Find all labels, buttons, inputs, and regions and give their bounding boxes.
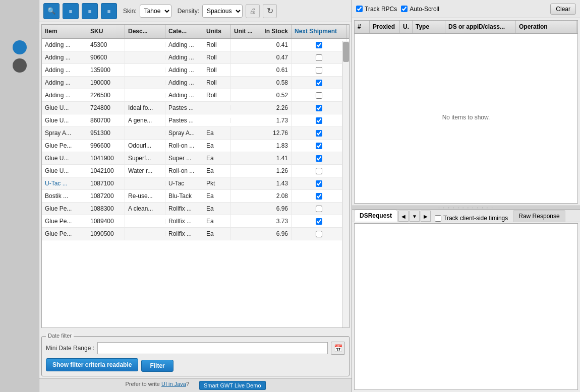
cell-units: Ea: [203, 203, 231, 215]
rpc-col-proxied[interactable]: Proxied: [370, 21, 400, 33]
rpc-col-hash[interactable]: #: [355, 21, 370, 33]
instock-checkbox[interactable]: [316, 206, 322, 212]
left-strip-btn-1[interactable]: [13, 40, 27, 54]
cell-next[interactable]: [292, 102, 347, 114]
instock-checkbox[interactable]: [316, 92, 322, 99]
table-row[interactable]: Glue Pe... 996600 Odourl... Roll-on ... …: [42, 140, 349, 152]
print-button[interactable]: 🖨: [246, 4, 260, 18]
cell-next[interactable]: [292, 140, 347, 152]
instock-checkbox[interactable]: [316, 67, 322, 74]
instock-checkbox[interactable]: [316, 168, 322, 174]
instock-checkbox[interactable]: [316, 80, 322, 86]
filter-button[interactable]: Filter: [141, 360, 173, 372]
instock-checkbox[interactable]: [316, 105, 322, 111]
col-header-item[interactable]: Item: [42, 25, 87, 38]
col-header-desc[interactable]: Desc...: [125, 25, 165, 38]
instock-checkbox[interactable]: [316, 193, 322, 200]
instock-checkbox[interactable]: [316, 143, 322, 149]
table-row[interactable]: Glue U... 860700 A gene... Pastes ... 1.…: [42, 114, 349, 127]
track-client-label[interactable]: Track client-side timings: [435, 215, 508, 222]
rpc-col-u[interactable]: U.: [400, 21, 413, 33]
col-header-next[interactable]: Next Shipment: [292, 25, 347, 38]
auto-scroll-label[interactable]: Auto-Scroll: [401, 6, 439, 13]
table-row[interactable]: Spray A... 951300 Spray A... Ea 12.76: [42, 127, 349, 140]
cell-next[interactable]: [292, 228, 347, 240]
instock-checkbox[interactable]: [316, 231, 322, 237]
cell-next[interactable]: [292, 203, 347, 215]
table-row[interactable]: U-Tac ... 1087100 U-Tac Pkt 1.43: [42, 177, 349, 190]
instock-checkbox[interactable]: [316, 180, 322, 187]
h-divider[interactable]: · · · · · · · · · · · ·: [352, 206, 580, 210]
tab-raw-response[interactable]: Raw Response: [513, 210, 565, 222]
left-strip-btn-2[interactable]: [13, 58, 27, 73]
table-row[interactable]: Glue U... 1041900 Superf... Super ... Ea…: [42, 152, 349, 165]
rpc-table-header: # Proxied U. Type DS or appID/class... O…: [355, 21, 577, 34]
table-row[interactable]: Adding ... 226500 Adding ... Roll 0.52: [42, 89, 349, 102]
table-row[interactable]: Bostik ... 1087200 Re-use... Blu-Tack Ea…: [42, 190, 349, 203]
table-row[interactable]: Glue Pe... 1088300 A clean... Rollfix ..…: [42, 203, 349, 215]
tab-nav-dropdown[interactable]: ▼: [410, 211, 420, 222]
tab-dsrequest[interactable]: DSRequest: [354, 210, 397, 222]
smart-gwt-demo-button[interactable]: Smart GWT Live Demo: [199, 381, 266, 390]
ui-link[interactable]: UI in Java: [161, 381, 186, 387]
col-header-unit2[interactable]: Unit ...: [231, 25, 261, 38]
clear-button[interactable]: Clear: [550, 4, 576, 15]
density-select[interactable]: Spacious: [202, 5, 243, 18]
col-header-cate[interactable]: Cate...: [165, 25, 203, 38]
cell-next[interactable]: [292, 190, 347, 202]
table-row[interactable]: Glue Pe... 1089400 Rollfix ... Ea 3.73: [42, 215, 349, 228]
cell-unit2: [231, 42, 261, 47]
rpc-col-op[interactable]: Operation: [516, 21, 576, 33]
cell-next[interactable]: [292, 178, 347, 189]
col-header-instock[interactable]: In Stock: [261, 25, 292, 38]
cell-next[interactable]: [292, 216, 347, 227]
instock-checkbox[interactable]: [316, 117, 322, 124]
instock-checkbox[interactable]: [316, 218, 322, 225]
rpc-col-ds[interactable]: DS or appID/class...: [445, 21, 516, 33]
cell-next[interactable]: [292, 39, 347, 51]
auto-scroll-checkbox[interactable]: [401, 6, 408, 12]
instock-checkbox[interactable]: [316, 42, 322, 48]
grid-body[interactable]: Adding ... 45300 Adding ... Roll 0.41 Ad…: [42, 39, 349, 325]
toolbar: 🔍 ≡ ≡ ≡ Skin: Tahoe Density: Spacious 🖨 …: [39, 0, 352, 22]
col-header-sku[interactable]: SKU: [87, 25, 125, 38]
grid-scrollbar-thumb[interactable]: [343, 42, 349, 62]
table-row[interactable]: Adding ... 135900 Adding ... Roll 0.61: [42, 64, 349, 77]
cell-next[interactable]: [292, 153, 347, 164]
col-header-units[interactable]: Units: [203, 25, 231, 38]
rpc-col-type[interactable]: Type: [413, 21, 445, 33]
cell-next[interactable]: [292, 127, 347, 139]
track-client-checkbox[interactable]: [435, 215, 441, 222]
cell-next[interactable]: [292, 64, 347, 76]
cell-next[interactable]: [292, 77, 347, 89]
calendar-button[interactable]: 📅: [331, 342, 345, 355]
show-filter-criteria-button[interactable]: Show filter criteria readable: [46, 358, 138, 371]
cell-next[interactable]: [292, 90, 347, 101]
search-button[interactable]: 🔍: [43, 3, 60, 19]
track-rpc-checkbox[interactable]: [356, 6, 363, 12]
table-row[interactable]: Glue U... 1042100 Water r... Roll-on ...…: [42, 165, 349, 177]
table-row[interactable]: Adding ... 45300 Adding ... Roll 0.41: [42, 39, 349, 51]
tab-nav-next[interactable]: ▶: [421, 211, 431, 222]
cell-next[interactable]: [292, 52, 347, 63]
grid-scrollbar[interactable]: [342, 41, 349, 328]
cell-instock: 1.26: [261, 165, 292, 177]
cell-desc: [125, 42, 165, 47]
mini-date-range-input[interactable]: [97, 342, 328, 354]
cell-next[interactable]: [292, 165, 347, 177]
table-row[interactable]: Glue U... 724800 Ideal fo... Pastes ... …: [42, 102, 349, 114]
instock-checkbox[interactable]: [316, 54, 322, 61]
cell-next[interactable]: [292, 115, 347, 126]
track-rpc-label[interactable]: Track RPCs: [356, 6, 397, 13]
instock-checkbox[interactable]: [316, 130, 322, 137]
list-view-button-1[interactable]: ≡: [63, 3, 79, 19]
table-row[interactable]: Glue Pe... 1090500 Rollfix ... Ea 6.96: [42, 228, 349, 240]
list-view-button-3[interactable]: ≡: [101, 3, 117, 19]
skin-select[interactable]: Tahoe: [140, 5, 171, 18]
list-view-button-2[interactable]: ≡: [82, 3, 98, 19]
table-row[interactable]: Adding ... 190000 Adding ... Roll 0.58: [42, 77, 349, 89]
tab-nav-prev[interactable]: ◀: [398, 211, 409, 222]
table-row[interactable]: Adding ... 90600 Adding ... Roll 0.47: [42, 51, 349, 64]
instock-checkbox[interactable]: [316, 155, 322, 162]
refresh-button[interactable]: ↻: [263, 4, 277, 18]
